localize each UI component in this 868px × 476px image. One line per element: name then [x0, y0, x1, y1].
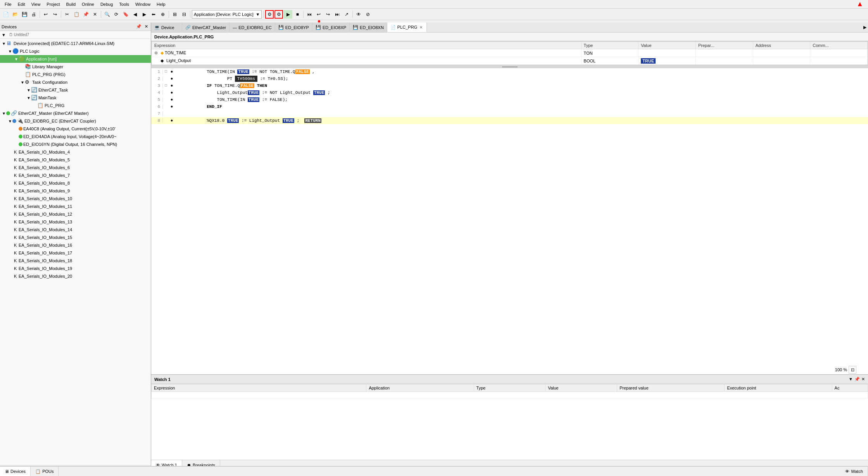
code-editor[interactable]: 1 □ ● TON_TIME(IN TRUE := NOT TON_TIME.Q… — [151, 68, 868, 374]
tree-item-serials11[interactable]: KEA_Serials_IO_Modules_11 — [0, 203, 151, 210]
copy-btn[interactable]: 📋 — [72, 10, 81, 19]
tree-item-serials15[interactable]: KEA_Serials_IO_Modules_15 — [0, 234, 151, 241]
tree-item-serials14[interactable]: KEA_Serials_IO_Modules_14 — [0, 226, 151, 234]
new-btn[interactable]: 📄 — [2, 10, 10, 19]
watch-pin[interactable]: 📌 — [854, 377, 860, 382]
tab-ed-eio8yp[interactable]: 💾 ED_EIO8YP — [275, 23, 312, 32]
menu-edit[interactable]: Edit — [15, 1, 28, 7]
open-btn[interactable]: 📂 — [11, 10, 19, 19]
tab-ed-eio8xn[interactable]: 💾 ED_EIO8XN — [350, 23, 387, 32]
tab-plc-prg[interactable]: 📄 PLC_PRG ✕ — [387, 23, 427, 32]
menu-window[interactable]: Window — [132, 1, 154, 7]
menu-file[interactable]: File — [2, 1, 15, 7]
tree-item-eio4ada[interactable]: ED_EIO4ADA (Analog Input, Voltage(4~20mA… — [0, 133, 151, 140]
bottom-tab-watch[interactable]: 👁 Watch — [840, 467, 868, 476]
tree-item-eiobrg[interactable]: ▼ 🔌 ED_EIOBRG_EC (EtherCAT Coupler) — [0, 117, 151, 125]
bottom-tab-devices[interactable]: 🖥 Devices — [0, 467, 31, 476]
save-btn[interactable]: 💾 — [20, 10, 29, 19]
fold-1[interactable]: □ — [163, 69, 169, 74]
tree-item-serials13[interactable]: KEA_Serials_IO_Modules_13 — [0, 218, 151, 226]
redo-btn[interactable]: ↪ — [51, 10, 59, 19]
cross-ref-btn[interactable]: ⊕ — [159, 10, 167, 19]
cut-btn[interactable]: ✂ — [63, 10, 71, 19]
zoom-fit-btn[interactable]: ⊡ — [849, 366, 856, 374]
expr-row-light[interactable]: ◆ Light_Output BOOL TRUE — [152, 57, 868, 65]
panel-expand-btn[interactable]: ▼ — [2, 33, 6, 37]
replace-btn[interactable]: ⟳ — [112, 10, 121, 19]
tree-item-serials18[interactable]: KEA_Serials_IO_Modules_18 — [0, 257, 151, 265]
insert-btn[interactable]: ⊟ — [180, 10, 188, 19]
undo-btn[interactable]: ↩ — [41, 10, 50, 19]
tree-item-serials6[interactable]: KEA_Serials_IO_Modules_6 — [0, 164, 151, 171]
debug3-btn[interactable]: ↪ — [324, 10, 332, 19]
tree-item-ea40c8[interactable]: EA40C8 (Analog Output, Current(±5V,0-10V… — [0, 125, 151, 133]
debug2-btn[interactable]: ↩ — [314, 10, 323, 19]
tab-ed-eio8xp[interactable]: 💾 ED_EIO8XP — [312, 23, 350, 32]
bottom-tab-pous[interactable]: 📋 POUs — [31, 467, 59, 476]
tree-item-plcprg[interactable]: 📋 PLC_PRG (PRG) — [0, 71, 151, 78]
tab-ethercat-master[interactable]: 🔗 EtherCAT_Master — [182, 23, 230, 32]
play-btn[interactable]: ▶ — [284, 10, 292, 19]
menu-build[interactable]: Build — [63, 1, 79, 7]
tree-item-taskconfig[interactable]: ▼ ⚙ Task Configuration — [0, 78, 151, 86]
settings-btn[interactable]: ⚙ — [265, 10, 274, 19]
tree-item-ethercat[interactable]: ▼ 🔗 EtherCAT_Master (EtherCAT Master) — [0, 109, 151, 117]
tree-item-serials16[interactable]: KEA_Serials_IO_Modules_16 — [0, 241, 151, 249]
tree-item-serials5[interactable]: KEA_Serials_IO_Modules_5 — [0, 156, 151, 164]
nav-prev-btn[interactable]: ◀ — [131, 10, 139, 19]
fold-3[interactable]: □ — [163, 83, 169, 88]
expand-ton[interactable]: ⊕ — [154, 50, 158, 55]
tree-item-serials8[interactable]: KEA_Serials_IO_Modules_8 — [0, 179, 151, 187]
watch-close[interactable]: ✕ — [861, 377, 865, 382]
tree-item-serials19[interactable]: KEA_Serials_IO_Modules_19 — [0, 265, 151, 272]
find-btn[interactable]: 🔍 — [103, 10, 111, 19]
tree-item-serials12[interactable]: KEA_Serials_IO_Modules_12 — [0, 210, 151, 218]
leaf-k10: K — [14, 196, 19, 201]
stop-btn[interactable]: ■ — [293, 10, 302, 19]
paste-btn[interactable]: 📌 — [81, 10, 90, 19]
menu-debug[interactable]: Debug — [97, 1, 116, 7]
tree-item-plcprg2[interactable]: 📋 PLC_PRG — [0, 102, 151, 109]
panel-close-btn[interactable]: ✕ — [143, 24, 149, 29]
menu-project[interactable]: Project — [43, 1, 63, 7]
debug4-btn[interactable]: ⏭ — [333, 10, 342, 19]
menu-help[interactable]: Help — [154, 1, 169, 7]
print-btn[interactable]: 🖨 — [29, 10, 38, 19]
debug5-btn[interactable]: ↗ — [342, 10, 351, 19]
tree-item-application[interactable]: ▼ 🟢 Application [run] — [0, 55, 151, 63]
tree-item-serials17[interactable]: KEA_Serials_IO_Modules_17 — [0, 249, 151, 257]
tab-device[interactable]: 💻 Device — [151, 23, 182, 32]
tree-item-maintask[interactable]: ▼ 🔄 MainTask — [0, 94, 151, 102]
bookmark-btn[interactable]: 🔖 — [121, 10, 130, 19]
tree-item-device[interactable]: ▼ 🖥 Device [connected] (EDATEC-117-ARM64… — [0, 40, 151, 47]
tree-item-serials4[interactable]: KEA_Serials_IO_Modules_4 — [0, 148, 151, 156]
resize-handle-expr[interactable] — [151, 65, 868, 68]
tab-plcprg-close[interactable]: ✕ — [419, 25, 423, 29]
arrow-eio16yn — [14, 142, 19, 147]
menu-online[interactable]: Online — [79, 1, 97, 7]
tree-item-plclogic[interactable]: ▼ 🔵 PLC Logic — [0, 47, 151, 55]
watch-btn[interactable]: 👁 — [354, 10, 363, 19]
nav-back-btn[interactable]: ⬅ — [149, 10, 158, 19]
tree-item-ethercattask[interactable]: ▼ 🔄 EtherCAT_Task — [0, 86, 151, 94]
expr-row-ton[interactable]: ⊕ ◆ TON_TIME TON — [152, 49, 868, 57]
tab-ed-eiobrg-ec[interactable]: — ED_EIOBRG_EC — [230, 23, 275, 32]
menu-tools[interactable]: Tools — [116, 1, 132, 7]
menu-view[interactable]: View — [28, 1, 44, 7]
nav-next-btn[interactable]: ▶ — [140, 10, 148, 19]
debug1-btn[interactable]: ⏮ — [305, 10, 314, 19]
tab-scroll-right[interactable]: ▶ — [862, 23, 868, 32]
tree-item-serials20[interactable]: KEA_Serials_IO_Modules_20 — [0, 272, 151, 280]
tree-item-serials9[interactable]: KEA_Serials_IO_Modules_9 — [0, 187, 151, 195]
tree-item-libmanager[interactable]: 📚 Library Manager — [0, 63, 151, 71]
tree-item-serials7[interactable]: KEA_Serials_IO_Modules_7 — [0, 171, 151, 179]
bp-btn[interactable]: ⊘ — [364, 10, 372, 19]
app-dropdown[interactable]: Application [Device: PLC Logic] ▼ — [192, 10, 262, 19]
watch-dropdown[interactable]: ▼ — [849, 377, 853, 382]
panel-pin-btn[interactable]: 📌 — [135, 24, 143, 29]
tree-item-eio16yn[interactable]: ED_EIO16YN (Digital Output, 16 Channels,… — [0, 140, 151, 148]
format-btn[interactable]: ⊞ — [171, 10, 179, 19]
tree-item-serials10[interactable]: KEA_Serials_IO_Modules_10 — [0, 195, 151, 203]
delete-btn[interactable]: ✕ — [91, 10, 99, 19]
settings2-btn[interactable]: ⚙ — [274, 10, 283, 19]
